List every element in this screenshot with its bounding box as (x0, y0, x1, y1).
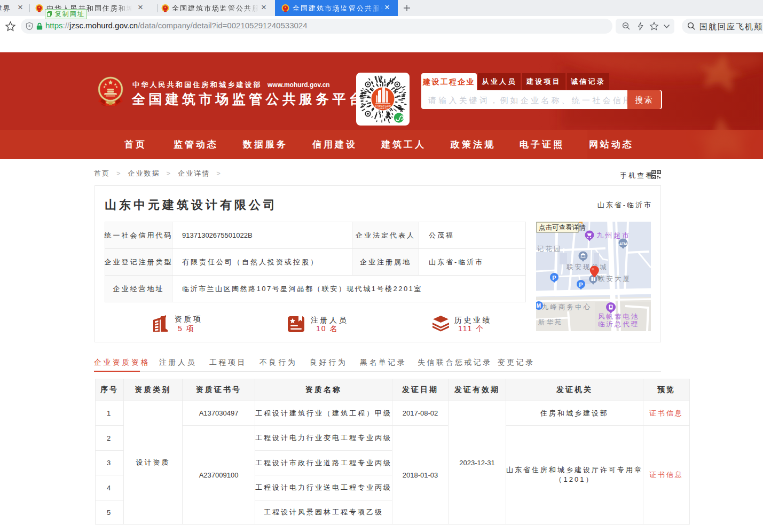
svg-text:点击可查看详情: 点击可查看详情 (539, 224, 586, 231)
svg-text:P: P (552, 275, 556, 281)
svg-text:新华苑: 新华苑 (538, 318, 563, 326)
svg-text:ATM: ATM (619, 242, 627, 246)
svg-text:公共服务平台: 公共服务平台 (377, 107, 389, 109)
svg-text:临沂总代理: 临沂总代理 (598, 320, 640, 328)
svg-text:全国建筑市场监管: 全国建筑市场监管 (375, 105, 391, 107)
svg-text:P: P (579, 281, 583, 288)
svg-text:M: M (537, 303, 541, 309)
svg-text:九峰商务中心: 九峰商务中心 (542, 303, 592, 311)
svg-text:记花园: 记花园 (537, 245, 562, 253)
svg-text:九州超市: 九州超市 (596, 231, 631, 239)
svg-text:联安现代城: 联安现代城 (566, 263, 608, 271)
svg-text:联安大厦: 联安大厦 (597, 275, 631, 283)
svg-text:风帆蓄电池: 风帆蓄电池 (598, 313, 640, 320)
